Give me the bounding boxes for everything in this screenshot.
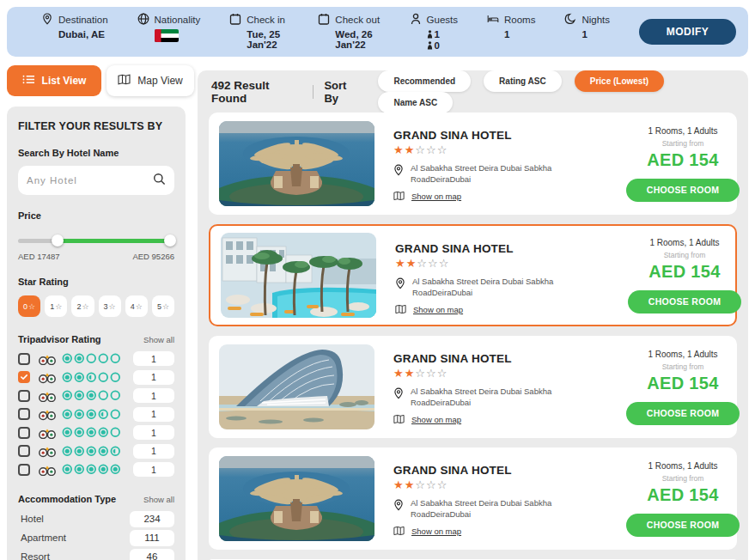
search-icon[interactable] [153,173,166,189]
star-chip-number: 3 [104,302,108,311]
rating-count: 1 [133,407,174,422]
checkbox[interactable] [18,408,30,420]
checkbox[interactable] [18,390,30,402]
show-on-map-link[interactable]: Show on map [393,414,608,426]
accommodation-show-all-link[interactable]: Show all [143,495,174,504]
star-chip-number: 2 [76,302,81,311]
accommodation-label: Resort [18,551,50,560]
checkbox[interactable] [18,464,30,476]
star-icon: ☆ [162,302,169,311]
sort-option-chip[interactable]: Rating ASC [484,70,562,92]
field-value: Dubai, AE [41,29,108,40]
map-icon [118,74,131,88]
accommodation-type-row[interactable]: Hotel 234 [18,509,174,528]
price-text: AED 154 [615,485,748,505]
price-slider [18,234,174,247]
moon-icon [564,13,576,27]
hotel-search-input[interactable] [27,175,153,186]
accommodation-count: 111 [130,530,174,546]
accommodation-label: Hotel [18,514,44,524]
price-text: AED 154 [615,150,748,170]
tripadvisor-circles [62,427,121,438]
star-icon: ☆ [109,302,116,311]
accommodation-type-row[interactable]: Apartment 111 [18,528,174,547]
palm-island-aerial-photo[interactable] [219,121,374,206]
star-rating-chip[interactable]: 1☆ [45,295,67,317]
star-rating-label: Star Rating [18,277,174,287]
topbar-field[interactable]: Nights 1 [564,13,610,52]
map-view-label: Map View [137,75,182,87]
hotel-address: Al Sabakha Street Deira Dubai Sabkha Roa… [411,498,608,520]
star-rating-chip[interactable]: 3☆ [99,295,121,317]
star-icon: ☆ [82,302,88,311]
hotel-card: GRAND SINA HOTEL ★★☆☆☆ Al Sabakha Street… [209,113,737,215]
checkbox[interactable] [18,353,30,365]
checkbox[interactable] [18,427,30,439]
choose-room-button[interactable]: CHOOSE ROOM [626,179,740,202]
hotel-star-rating: ★★☆☆☆ [393,479,608,490]
occupancy-text: 1 Rooms, 1 Adults [615,126,748,136]
field-label: Nationality [155,15,201,25]
results-header: 492 Result Found Sort By RecommendedRati… [209,79,737,105]
tripadvisor-rating-row: 1 [18,425,174,440]
topbar-field[interactable]: Destination Dubai, AE [41,13,108,52]
topbar-field[interactable]: Guests 10 [410,13,458,52]
star-rating-chip[interactable]: 5☆ [152,295,174,317]
tripadvisor-owl-icon [39,353,56,364]
starting-from-label: Starting from [615,139,748,148]
show-on-map-label: Show on map [411,415,461,424]
slider-handle-min[interactable] [52,234,64,247]
star-chip-number: 0 [23,302,27,311]
wave-hotel-beach-photo[interactable] [219,344,374,429]
price-max-label: AED 95266 [132,252,174,261]
show-on-map-link[interactable]: Show on map [395,304,610,316]
show-on-map-link[interactable]: Show on map [393,191,608,203]
list-icon [22,74,35,88]
show-on-map-link[interactable]: Show on map [393,526,608,538]
price-text: AED 154 [615,374,748,393]
choose-room-button[interactable]: CHOOSE ROOM [626,514,740,537]
checkbox[interactable] [18,445,30,457]
list-view-button[interactable]: List View [7,65,101,96]
accommodation-type-row[interactable]: Resort 46 [18,547,174,560]
occupancy-text: 1 Rooms, 1 Adults [615,461,748,471]
starting-from-label: Starting from [617,251,748,259]
tripadvisor-owl-icon [39,409,56,420]
sort-option-chip[interactable]: Name ASC [378,92,453,113]
star-rating-chip[interactable]: 2☆ [71,295,94,317]
map-view-button[interactable]: Map View [107,65,194,96]
sort-option-chip[interactable]: Price (Lowest) [575,70,664,92]
checkbox[interactable] [18,371,30,383]
slider-handle-max[interactable] [164,234,176,247]
adult-count: 1 [427,29,440,40]
star-rating-chips: 0☆ 1☆ 2☆ 3☆ 4☆ 5☆ [18,295,174,317]
header-divider [313,85,314,99]
tripadvisor-show-all-link[interactable]: Show all [143,335,174,344]
field-label: Guests [427,15,458,25]
price-label: Price [18,210,174,221]
resort-pool-palms-photo[interactable] [221,233,376,318]
location-pin-icon [393,163,404,186]
search-hotel-label: Search By Hotel Name [18,148,174,158]
price-text: AED 154 [617,262,748,282]
hotel-address: Al Sabakha Street Deira Dubai Sabkha Roa… [411,387,608,409]
choose-room-button[interactable]: CHOOSE ROOM [628,290,741,313]
choose-room-button[interactable]: CHOOSE ROOM [626,402,740,425]
star-rating-chip[interactable]: 0☆ [18,295,40,317]
hotel-cards-list: GRAND SINA HOTEL ★★☆☆☆ Al Sabakha Street… [209,113,737,560]
accommodation-label: Apartment [18,533,66,543]
tripadvisor-owl-icon [39,464,56,475]
location-pin-icon [393,387,404,409]
topbar-field[interactable]: Rooms 1 [487,13,535,52]
topbar-field[interactable]: Check out Wed, 26 Jan'22 [318,13,380,52]
topbar-field[interactable]: Check in Tue, 25 Jan'22 [229,13,289,52]
sort-option-chip[interactable]: Recommended [378,70,471,92]
star-rating-chip[interactable]: 4☆ [125,295,148,317]
tripadvisor-owl-icon [39,427,56,438]
modify-button[interactable]: MODIFY [639,19,736,45]
accommodation-rows: Hotel 234 Apartment 111 Resort 46 [18,509,174,560]
bed-icon [487,13,499,27]
palm-island-aerial-photo[interactable] [219,456,374,541]
topbar-field[interactable]: Nationality [137,13,201,52]
tripadvisor-circles [62,464,121,475]
